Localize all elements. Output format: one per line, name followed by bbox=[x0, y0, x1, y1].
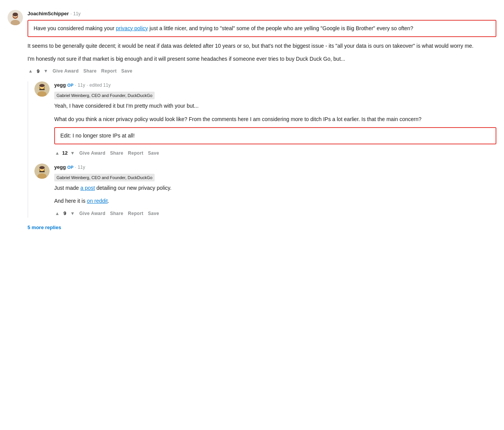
yegg1-para2: What do you think a nicer privacy policy… bbox=[54, 115, 496, 123]
give-award-btn-yegg2[interactable]: Give Award bbox=[79, 209, 106, 218]
edited-yegg1: edited 11y bbox=[89, 82, 110, 89]
vote-count-yegg1: 12 bbox=[62, 149, 68, 157]
report-btn-joachim[interactable]: Report bbox=[100, 67, 117, 75]
vote-section-yegg1: 12 bbox=[54, 149, 76, 157]
comment-meta-yegg1: yegg OP · 11y · edited 11y bbox=[54, 81, 496, 89]
comment-yegg1: yegg OP · 11y · edited 11y Gabriel Weinb… bbox=[34, 81, 496, 157]
downvote-yegg1[interactable] bbox=[69, 150, 76, 157]
avatar-yegg1 bbox=[34, 81, 50, 97]
save-btn-yegg1[interactable]: Save bbox=[147, 149, 160, 157]
give-award-btn-yegg1[interactable]: Give Award bbox=[79, 149, 106, 157]
vote-count-joachim: 9 bbox=[35, 68, 41, 75]
comment-text-joachim: It seems to be generally quite decent; i… bbox=[27, 42, 496, 63]
vote-section-yegg2: 9 bbox=[54, 210, 76, 217]
comment-joachim: JoachimSchipper · 11y Have you considere… bbox=[8, 10, 496, 75]
upvote-joachim[interactable] bbox=[27, 68, 34, 74]
highlight-box-yegg1: Edit: I no longer store IPs at all! bbox=[54, 127, 496, 144]
save-btn-joachim[interactable]: Save bbox=[120, 67, 133, 75]
report-btn-yegg2[interactable]: Report bbox=[127, 209, 144, 218]
highlight-box-joachim: Have you considered making your privacy … bbox=[27, 20, 496, 37]
time-yegg2: 11y bbox=[78, 164, 85, 171]
comment-thread: JoachimSchipper · 11y Have you considere… bbox=[8, 6, 496, 235]
comment-yegg2: yegg OP · 11y Gabriel Weinberg, CEO and … bbox=[34, 163, 496, 218]
more-replies-link[interactable]: 5 more replies bbox=[27, 224, 496, 231]
share-btn-yegg1[interactable]: Share bbox=[109, 149, 124, 157]
flair-yegg2: Gabriel Weinberg, CEO and Founder, DuckD… bbox=[54, 174, 155, 182]
flair-yegg1: Gabriel Weinberg, CEO and Founder, DuckD… bbox=[54, 92, 155, 100]
upvote-yegg1[interactable] bbox=[54, 150, 60, 157]
comment-text-yegg2: Just made a post detailing our new priva… bbox=[54, 184, 496, 205]
svg-point-4 bbox=[13, 13, 18, 16]
downvote-yegg2[interactable] bbox=[69, 210, 76, 217]
share-btn-yegg2[interactable]: Share bbox=[109, 209, 124, 218]
op-badge-yegg1: OP bbox=[67, 82, 73, 89]
share-btn-joachim[interactable]: Share bbox=[82, 67, 97, 75]
avatar-yegg2 bbox=[34, 163, 50, 179]
on-reddit-link[interactable]: on reddit bbox=[87, 198, 108, 204]
reply-thread: yegg OP · 11y · edited 11y Gabriel Weinb… bbox=[27, 81, 496, 218]
svg-rect-16 bbox=[39, 171, 45, 172]
privacy-policy-link[interactable]: privacy policy bbox=[116, 25, 148, 31]
highlight-text-post: just a little nicer, and trying to "stea… bbox=[148, 25, 414, 31]
give-award-btn-joachim[interactable]: Give Award bbox=[52, 67, 79, 75]
comment-body-yegg1: yegg OP · 11y · edited 11y Gabriel Weinb… bbox=[54, 81, 496, 157]
comment-body-yegg2: yegg OP · 11y Gabriel Weinberg, CEO and … bbox=[54, 163, 496, 218]
username-yegg1: yegg bbox=[54, 81, 66, 89]
yegg2-para1: Just made a post detailing our new priva… bbox=[54, 184, 496, 192]
action-bar-yegg1: 12 Give Award Share Report Save bbox=[54, 149, 496, 157]
comment-meta-yegg2: yegg OP · 11y bbox=[54, 163, 496, 171]
vote-count-yegg2: 9 bbox=[62, 210, 68, 217]
avatar-joachim bbox=[8, 10, 23, 25]
highlight-text-pre: Have you considered making your bbox=[34, 25, 116, 31]
comment-body-joachim: JoachimSchipper · 11y Have you considere… bbox=[27, 10, 496, 75]
yegg1-para1: Yeah, I have considered it but I'm prett… bbox=[54, 102, 496, 110]
save-btn-yegg2[interactable]: Save bbox=[147, 209, 160, 218]
yegg2-para2: And here it is on reddit. bbox=[54, 197, 496, 205]
svg-point-15 bbox=[39, 166, 45, 169]
paragraph-2: I'm honestly not sure if that market is … bbox=[27, 55, 496, 63]
username-yegg2: yegg bbox=[54, 163, 66, 171]
username-joachim: JoachimSchipper bbox=[27, 10, 69, 18]
a-post-link[interactable]: a post bbox=[80, 185, 95, 191]
svg-point-9 bbox=[39, 84, 45, 87]
time-yegg1: 11y bbox=[78, 82, 85, 89]
comment-meta-joachim: JoachimSchipper · 11y bbox=[27, 10, 496, 18]
action-bar-joachim: 9 Give Award Share Report Save bbox=[27, 67, 496, 75]
time-joachim: 11y bbox=[73, 10, 81, 17]
report-btn-yegg1[interactable]: Report bbox=[127, 149, 144, 157]
op-badge-yegg2: OP bbox=[67, 164, 73, 171]
comment-text-yegg1: Yeah, I have considered it but I'm prett… bbox=[54, 102, 496, 123]
vote-section-joachim: 9 bbox=[27, 68, 49, 75]
edit-text: Edit: I no longer store IPs at all! bbox=[60, 133, 135, 139]
downvote-joachim[interactable] bbox=[43, 68, 49, 74]
paragraph-1: It seems to be generally quite decent; i… bbox=[27, 42, 496, 50]
upvote-yegg2[interactable] bbox=[54, 210, 60, 217]
svg-rect-10 bbox=[39, 89, 45, 90]
action-bar-yegg2: 9 Give Award Share Report Save bbox=[54, 209, 496, 218]
